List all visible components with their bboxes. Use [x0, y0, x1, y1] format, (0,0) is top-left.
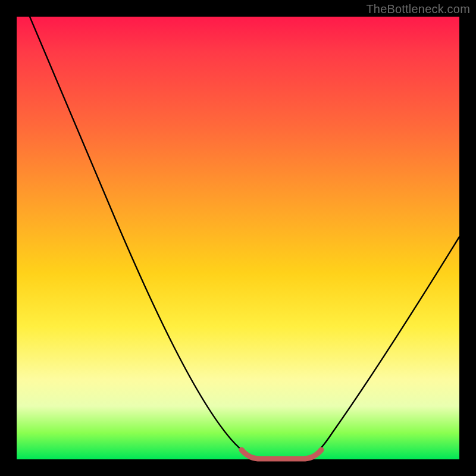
bottleneck-curve — [30, 17, 459, 458]
plot-area — [17, 17, 459, 459]
chart-frame: TheBottleneck.com — [0, 0, 476, 476]
optimal-zone — [242, 450, 321, 459]
curve-layer — [17, 17, 459, 459]
watermark-text: TheBottleneck.com — [366, 2, 470, 16]
